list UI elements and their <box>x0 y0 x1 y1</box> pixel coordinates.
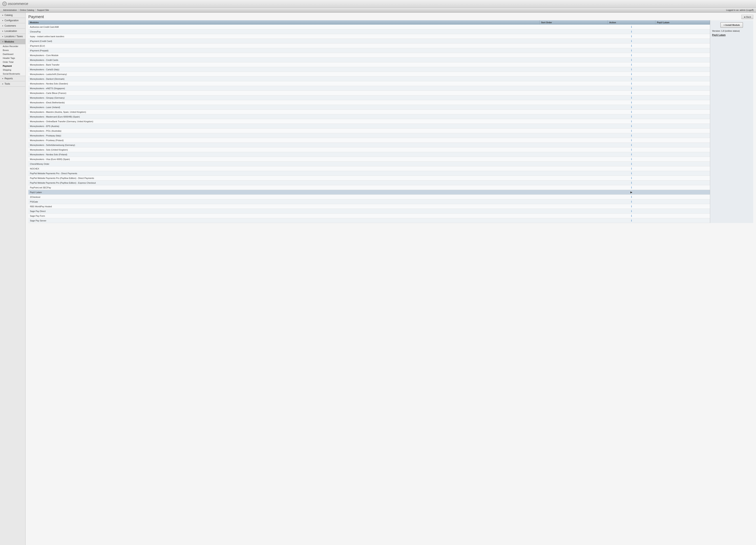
action-cell[interactable]: ℹ <box>608 143 655 147</box>
table-row[interactable]: Moneybookers - Lastschrift (Germany)ℹ <box>28 72 710 77</box>
info-icon[interactable]: ℹ <box>631 158 632 161</box>
table-row[interactable]: Moneybookers - Carte Bleue (France)ℹ <box>28 91 710 95</box>
table-row[interactable]: ChronoPayℹ <box>28 29 710 34</box>
table-row[interactable]: Moneybookers - Nordea Solo (Sweden)ℹ <box>28 81 710 86</box>
action-cell[interactable]: ℹ <box>608 176 655 180</box>
info-icon[interactable]: ℹ <box>631 25 632 28</box>
action-cell[interactable]: ℹ <box>608 43 655 48</box>
action-cell[interactable]: ℹ <box>608 129 655 133</box>
table-row[interactable]: PayPal Website Payments Pro (Payflow Edi… <box>28 180 710 185</box>
module-name-link[interactable]: PayU Latam <box>712 34 726 36</box>
action-cell[interactable]: ℹ <box>608 48 655 53</box>
action-cell[interactable]: ℹ <box>608 214 655 218</box>
action-cell[interactable]: ℹ <box>608 100 655 105</box>
action-cell[interactable]: ℹ <box>608 119 655 124</box>
table-row[interactable]: iPayment (Prepaid)ℹ <box>28 48 710 53</box>
sidebar-item-catalog[interactable]: ►Catalog <box>0 13 25 18</box>
info-icon[interactable]: ℹ <box>631 167 632 170</box>
table-row[interactable]: PayU Latam▶ <box>28 190 710 195</box>
install-module-button[interactable]: + Install Module <box>720 22 743 28</box>
action-cell[interactable]: ℹ <box>608 180 655 185</box>
info-icon[interactable]: ℹ <box>631 134 632 137</box>
table-row[interactable]: PayPal Website Payments Pro - Direct Pay… <box>28 171 710 176</box>
info-icon[interactable]: ℹ <box>631 181 632 184</box>
info-icon[interactable]: ℹ <box>631 92 632 94</box>
sidebar-sub-item-header-tags[interactable]: Header Tags <box>0 56 25 60</box>
table-row[interactable]: Check/Money Orderℹ <box>28 162 710 166</box>
table-row[interactable]: Moneybookers - Giropay (Germany)ℹ <box>28 95 710 100</box>
info-icon[interactable]: ℹ <box>631 54 632 57</box>
nav-administration[interactable]: Administration <box>2 8 18 12</box>
info-icon[interactable]: ℹ <box>631 44 632 47</box>
action-cell[interactable]: ℹ <box>608 39 655 43</box>
action-cell[interactable]: ℹ <box>608 62 655 67</box>
info-icon[interactable]: ℹ <box>631 172 632 175</box>
info-icon[interactable]: ℹ <box>631 214 632 217</box>
action-cell[interactable]: ℹ <box>608 105 655 110</box>
table-row[interactable]: PayPal Website Payments Pro (Payflow Edi… <box>28 176 710 180</box>
action-cell[interactable]: ℹ <box>608 114 655 119</box>
info-icon[interactable]: ℹ <box>631 177 632 180</box>
action-cell[interactable]: ℹ <box>608 152 655 157</box>
action-cell[interactable]: ℹ <box>608 162 655 166</box>
action-cell[interactable]: ℹ <box>608 138 655 143</box>
info-icon[interactable]: ℹ <box>631 143 632 146</box>
table-row[interactable]: PSiGateℹ <box>28 199 710 204</box>
table-row[interactable]: Moneybookers - Core Moduleℹ <box>28 53 710 58</box>
action-cell[interactable]: ℹ <box>608 95 655 100</box>
info-icon[interactable]: ℹ <box>631 87 632 90</box>
action-cell[interactable]: ℹ <box>608 157 655 162</box>
info-icon[interactable]: ℹ <box>631 205 632 208</box>
action-cell[interactable]: ▶ <box>608 190 655 195</box>
table-row[interactable]: Moneybookers - Nordea Solo (Finland)ℹ <box>28 152 710 157</box>
back-button[interactable]: ◄ Back <box>741 15 753 19</box>
sidebar-sub-item-payment[interactable]: Payment <box>0 64 25 68</box>
table-row[interactable]: Sage Pay Directℹ <box>28 209 710 214</box>
sidebar-sub-item-social-bookmarks[interactable]: Social Bookmarks <box>0 72 25 76</box>
action-cell[interactable]: ℹ <box>608 124 655 129</box>
action-cell[interactable]: ℹ <box>608 72 655 77</box>
action-cell[interactable]: ℹ <box>608 67 655 72</box>
info-icon[interactable]: ℹ <box>631 96 632 99</box>
sidebar-sub-item-shipping[interactable]: Shipping <box>0 68 25 72</box>
table-row[interactable]: Moneybookers - Dankort (Denmark)ℹ <box>28 77 710 81</box>
info-icon[interactable]: ℹ <box>631 219 632 222</box>
table-row[interactable]: iPayment (Credit Card)ℹ <box>28 39 710 43</box>
info-icon[interactable]: ℹ <box>631 200 632 203</box>
info-icon[interactable]: ℹ <box>631 153 632 156</box>
table-row[interactable]: NOCHEXℹ <box>28 166 710 171</box>
info-icon[interactable]: ℹ <box>631 101 632 104</box>
table-row[interactable]: Moneybookers - Credit Cardsℹ <box>28 58 710 62</box>
table-row[interactable]: Moneybookers - Mastercard (Euro 6000/4B)… <box>28 114 710 119</box>
action-cell[interactable]: ℹ <box>608 110 655 114</box>
table-row[interactable]: Moneybookers - Przelewy (Poland)ℹ <box>28 138 710 143</box>
table-row[interactable]: Moneybookers - Maestro (Austria, Spain, … <box>28 110 710 114</box>
sidebar-sub-item-dashboard[interactable]: Dashboard <box>0 52 25 56</box>
action-cell[interactable]: ℹ <box>608 133 655 138</box>
info-icon[interactable]: ℹ <box>631 210 632 213</box>
action-cell[interactable]: ℹ <box>608 25 655 29</box>
sidebar-sub-item-action-recorder[interactable]: Action Recorder <box>0 44 25 48</box>
info-icon[interactable]: ℹ <box>631 195 632 198</box>
table-row[interactable]: Moneybookers - eNETS (Singapore)ℹ <box>28 86 710 91</box>
table-row[interactable]: Moneybookers - Postepay (Italy)ℹ <box>28 133 710 138</box>
info-icon[interactable]: ℹ <box>631 68 632 71</box>
table-row[interactable]: PayPoint.net SECPayℹ <box>28 185 710 190</box>
info-icon[interactable]: ℹ <box>631 106 632 109</box>
action-cell[interactable]: ℹ <box>608 34 655 39</box>
info-icon[interactable]: ℹ <box>631 63 632 66</box>
action-cell[interactable]: ℹ <box>608 171 655 176</box>
action-cell[interactable]: ℹ <box>608 204 655 209</box>
action-cell[interactable]: ℹ <box>608 77 655 81</box>
info-icon[interactable]: ℹ <box>631 186 632 189</box>
sidebar-item-modules[interactable]: ▼Modules <box>0 39 25 44</box>
info-icon[interactable]: ℹ <box>631 115 632 118</box>
info-icon[interactable]: ℹ <box>631 162 632 165</box>
table-row[interactable]: Moneybookers - EPS (Austria)ℹ <box>28 124 710 129</box>
table-row[interactable]: RBS WorldPay Hostedℹ <box>28 204 710 209</box>
table-row[interactable]: Moneybookers - Visa (Euro 6000) (Spain)ℹ <box>28 157 710 162</box>
action-cell[interactable]: ℹ <box>608 199 655 204</box>
table-row[interactable]: Moneybookers - Solo (United Kingdom)ℹ <box>28 147 710 152</box>
info-icon[interactable]: ℹ <box>631 148 632 151</box>
action-cell[interactable]: ℹ <box>608 81 655 86</box>
